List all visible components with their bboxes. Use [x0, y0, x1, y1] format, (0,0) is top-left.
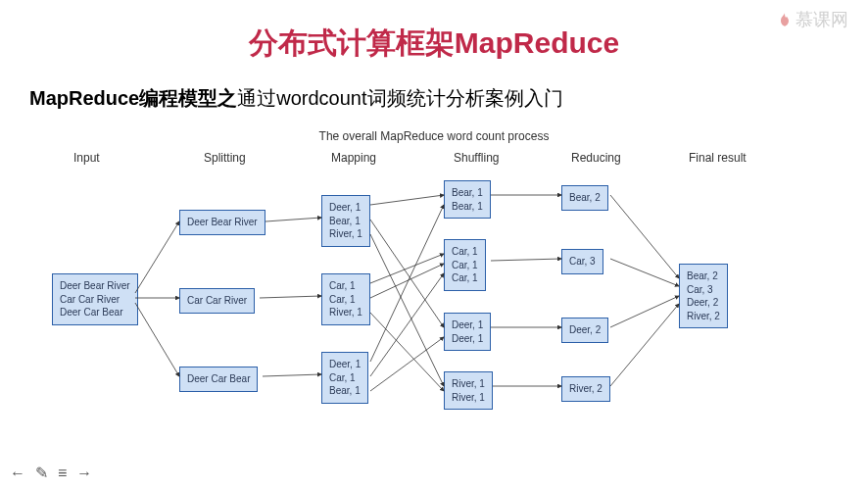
watermark-text: 慕课网	[796, 8, 848, 31]
col-header-input: Input	[73, 151, 100, 165]
svg-line-12	[370, 205, 444, 362]
shuffle-box-1: Car, 1 Car, 1 Car, 1	[444, 239, 486, 291]
flame-icon	[777, 12, 793, 27]
input-box: Deer Bear River Car Car River Deer Car B…	[52, 273, 138, 325]
watermark-logo: 慕课网	[777, 8, 848, 31]
svg-line-20	[610, 259, 679, 286]
page-subtitle: MapReduce编程模型之通过wordcount词频统计分析案例入门	[29, 85, 868, 112]
reduce-box-0: Bear, 2	[561, 185, 608, 211]
svg-line-2	[135, 303, 179, 376]
svg-line-9	[370, 254, 444, 283]
svg-line-4	[260, 296, 321, 298]
svg-line-7	[370, 220, 444, 327]
svg-line-3	[265, 218, 321, 221]
col-header-shuffling: Shuffling	[454, 151, 499, 165]
subtitle-tail: 通过wordcount词频统计分析案例入门	[237, 87, 562, 109]
diagram-title: The overall MapReduce word count process	[0, 129, 868, 143]
svg-line-8	[370, 234, 444, 386]
menu-button[interactable]: ≡	[58, 465, 67, 482]
svg-line-13	[370, 273, 444, 376]
svg-line-14	[370, 337, 444, 391]
shuffle-box-2: Deer, 1 Deer, 1	[444, 313, 491, 351]
split-box-2: Deer Car Bear	[179, 367, 258, 392]
col-header-mapping: Mapping	[331, 151, 376, 165]
reduce-box-3: River, 2	[561, 376, 610, 402]
svg-line-0	[135, 221, 179, 293]
svg-line-10	[370, 264, 444, 298]
shuffle-box-3: River, 1 River, 1	[444, 371, 493, 410]
subtitle-bold: MapReduce编程模型之	[29, 87, 237, 109]
col-header-reducing: Reducing	[571, 151, 621, 165]
split-box-1: Car Car River	[179, 288, 255, 314]
svg-line-19	[610, 195, 679, 278]
svg-line-5	[263, 374, 321, 376]
edit-button[interactable]: ✎	[35, 464, 48, 482]
map-box-0: Deer, 1 Bear, 1 River, 1	[321, 195, 370, 247]
col-header-splitting: Splitting	[204, 151, 246, 165]
shuffle-box-0: Bear, 1 Bear, 1	[444, 180, 491, 219]
map-box-1: Car, 1 Car, 1 River, 1	[321, 273, 370, 325]
presentation-toolbar: ← ✎ ≡ →	[10, 464, 92, 482]
svg-line-16	[491, 259, 561, 261]
forward-button[interactable]: →	[76, 465, 92, 482]
svg-line-22	[610, 304, 679, 386]
map-box-2: Deer, 1 Car, 1 Bear, 1	[321, 352, 368, 404]
mapreduce-diagram: Input Splitting Mapping Shuffling Reduci…	[52, 151, 816, 435]
svg-line-21	[610, 296, 679, 327]
svg-line-11	[370, 313, 444, 391]
back-button[interactable]: ←	[10, 465, 25, 482]
col-header-final: Final result	[689, 151, 747, 165]
page-title: 分布式计算框架MapReduce	[0, 24, 868, 64]
reduce-box-2: Deer, 2	[561, 318, 608, 343]
reduce-box-1: Car, 3	[561, 249, 603, 274]
split-box-0: Deer Bear River	[179, 210, 265, 235]
final-box: Bear, 2 Car, 3 Deer, 2 River, 2	[679, 264, 728, 328]
svg-line-6	[370, 195, 444, 205]
